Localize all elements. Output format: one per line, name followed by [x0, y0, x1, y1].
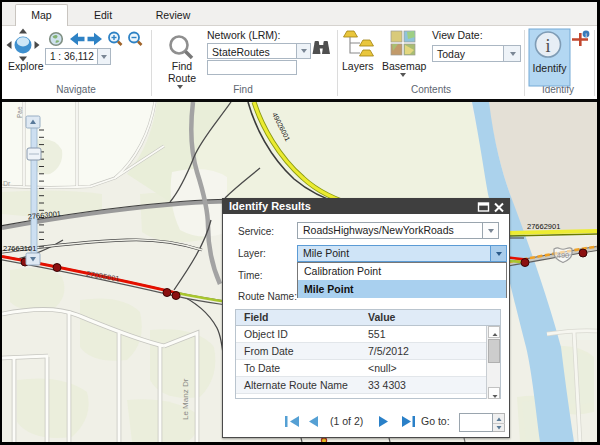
svg-text:27663101: 27663101: [3, 244, 36, 253]
svg-text:i: i: [545, 36, 550, 56]
svg-text:27035001: 27035001: [86, 269, 120, 283]
svg-text:Dr: Dr: [3, 180, 11, 187]
svg-text:27662901: 27662901: [527, 222, 560, 231]
svg-text:Pae: Pae: [16, 106, 23, 118]
svg-text:Le Manz Dr: Le Manz Dr: [181, 378, 190, 420]
svg-text:490: 490: [557, 251, 570, 260]
